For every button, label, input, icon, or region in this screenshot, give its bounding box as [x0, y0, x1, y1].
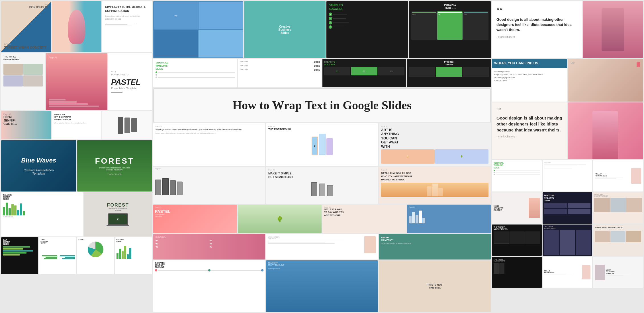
- slide-simplicity1[interactable]: SIMPLICITY IS THE ULTIMATE SOPHISTICATIO…: [102, 1, 152, 52]
- slide-pink-stairs[interactable]: Page 31: [46, 53, 107, 110]
- right-row5: HI I'MJENNIFERCORTEZ MEET THECREATIVETEA…: [492, 192, 643, 224]
- slide-pastel-cover[interactable]: THEPORTOFOLIO PASTEL Presentation Templa…: [108, 53, 152, 110]
- slide-map[interactable]: Map: [568, 59, 643, 102]
- slide-blue-mosaic[interactable]: img: [153, 1, 243, 58]
- center-bottom-row1: RUNDOWN 0104 0205 0306 I'M MAUREENTHE CE…: [153, 234, 491, 260]
- banner-title: How to Wrap Text in Google Slides: [232, 98, 412, 112]
- slide-page54[interactable]: Page 54: [153, 167, 265, 204]
- slide-creative-business[interactable]: CreativeBusinessSlides: [244, 1, 326, 58]
- slide-three-musk2[interactable]: THE THREEMUSKETEERS: [492, 257, 542, 288]
- slide-vertical-timeline[interactable]: VERTICALTIMELINESLIDE: [153, 59, 237, 87]
- slide-page60[interactable]: Page 60: [407, 205, 491, 233]
- right-row2: WHERE YOU CAN FIND US Inspiresign Studio…: [492, 59, 643, 102]
- slide-big-quote[interactable]: ““ Good design is all about making other…: [492, 1, 582, 58]
- slide-hi-jennifer[interactable]: Page 31 HI I'MJENNIFCORTE...: [1, 111, 51, 139]
- slide-pricing-small[interactable]: PRICINGTABLES: [407, 59, 491, 87]
- slide-three-musk-small[interactable]: THE THREEMUSKETEERS: [1, 53, 45, 110]
- right-row4: VERTICALTIMELINESLIDE Year Title: [492, 160, 643, 191]
- slide-forest-laptop[interactable]: FOREST PowerPoint PresentationTemplate F: [84, 192, 152, 236]
- slide-meet-maureen[interactable]: MEETMAUREENSCHOLAR: [593, 257, 643, 288]
- slide-vt-small[interactable]: VERTICALTIMELINESLIDE: [492, 160, 542, 191]
- center-pages57-60: Page 57 PASTEL PresentationTemplate 🌵 Pa…: [153, 205, 491, 233]
- right-row1: ““ Good design is all about making other…: [492, 1, 643, 58]
- slide-meet-team-right[interactable]: MEET The Creative TEAM: [593, 225, 643, 256]
- right-row3: ““ Good design is all about making other…: [492, 102, 643, 159]
- left-row1: FOLIO STREET WEAR CONCEPT THE PORTOFOLIO…: [1, 1, 152, 52]
- slide-steps-small[interactable]: STEPS TOSUCCESS 01 02 03: [322, 59, 406, 87]
- slide-pie-chart[interactable]: CHART: [77, 237, 114, 274]
- left-row3: Page 31 HI I'MJENNIFCORTE... SIMPLICITYI…: [1, 111, 152, 139]
- slide-portfolio-cover[interactable]: FOLIO STREET WEAR CONCEPT THE PORTOFOLIO: [1, 1, 51, 52]
- slide-photo-woman[interactable]: [583, 1, 643, 58]
- main-container: FOLIO STREET WEAR CONCEPT THE PORTOFOLIO…: [0, 0, 644, 313]
- slide-company-story[interactable]: COMPANYSTORY TIMELINE Building exterior: [266, 260, 378, 312]
- left-row6: BARCHARTSLIDE TWO-COLUMNCHART: [1, 237, 152, 274]
- center-banner: How to Wrap Text in Google Slides: [153, 88, 491, 122]
- slide-page57[interactable]: Page 57 PASTEL PresentationTemplate: [153, 205, 237, 233]
- slide-three-musk-photos[interactable]: THE THREEMUSKETEERS: [543, 225, 592, 256]
- slide-page55[interactable]: Page 55 MAKE IT SIMPLE,BUT SIGNIFICANT: [266, 167, 378, 204]
- slide-hello-amanda[interactable]: HELLOI'M AMANDA: [593, 160, 643, 191]
- slide-pricing-tables[interactable]: PRICINGTABLES Basic Pro Elite: [409, 1, 491, 58]
- slide-page59[interactable]: Page 59 STYLE IS A WAYTO SAY WHO YOUARE …: [322, 205, 406, 233]
- left-row2: THE THREEMUSKETEERS Page 31: [1, 53, 152, 110]
- slide-small-col-chart[interactable]: COLUMNCHART: [115, 237, 152, 274]
- center-pages51-53: Page 51 When you don't dress like everyb…: [153, 123, 491, 166]
- slide-page56[interactable]: Page 56 STYLE IS A WAY TO SAYWHO YOU ARE…: [379, 167, 491, 204]
- slide-meet-creative-team[interactable]: MEET THECREATIVETEAM: [543, 192, 592, 224]
- slide-three-musk-dark[interactable]: THE THREEMUSKETEERS: [492, 225, 542, 256]
- center-second-row: VERTICALTIMELINESLIDE Year Title 2000 Ye…: [153, 59, 491, 87]
- slide-page51[interactable]: Page 51 When you don't dress like everyb…: [153, 123, 265, 166]
- left-row5: COLUMNCHARTSLIDE SLIDE SLIDE FOREST Powe…: [1, 192, 152, 236]
- slide-tl-detail[interactable]: Year Title: [543, 160, 592, 191]
- slide-column-chart[interactable]: COLUMNCHARTSLIDE SLIDE SLIDE: [1, 192, 83, 236]
- slide-bar-chart[interactable]: BARCHARTSLIDE: [1, 237, 38, 274]
- right-row7: THE THREEMUSKETEERS HELLOI'M AMANDA: [492, 257, 643, 288]
- left-column: FOLIO STREET WEAR CONCEPT THE PORTOFOLIO…: [1, 1, 152, 312]
- center-bottom-row2: COMPANYJOURNEYTIMELINE COMPANYSTORY TIME…: [153, 260, 491, 312]
- slide-not-the-end[interactable]: THIS IS NOTTHE END.: [379, 260, 491, 312]
- left-row4: Blue Waves ~~~ Creative PresentationTemp…: [1, 140, 152, 191]
- slide-two-column[interactable]: TWO-COLUMNCHART: [39, 237, 76, 274]
- slide-about-company[interactable]: ABOUTCOMPANY Lorem ipsum dolor sit amet …: [379, 234, 491, 260]
- slide-steps-to-success[interactable]: STEPS TOSUCCESS 1 2 3 4: [326, 1, 408, 58]
- center-top-area: img CreativeBusinessSlides STEPS TOSUCCE…: [153, 1, 491, 58]
- slide-simplicity2[interactable]: SIMPLICITYIS THE ULTIMATESOPHISTICATION …: [52, 111, 102, 139]
- right-column: ““ Good design is all about making other…: [492, 1, 643, 312]
- slide-creative-photos[interactable]: MEET THECREATIVE TEAM: [593, 192, 643, 224]
- slide-timeline-numbers[interactable]: Year Title 2000 Year Title 2006 Year Tit…: [238, 59, 322, 87]
- slide-pink-photo2[interactable]: [568, 102, 643, 159]
- slide-blue-waves[interactable]: Blue Waves ~~~ Creative PresentationTemp…: [1, 140, 76, 191]
- slide-page52[interactable]: Page 52 THE PORTOFOLIO 📱: [266, 123, 378, 166]
- slide-page58[interactable]: 🌵: [238, 205, 322, 233]
- center-column: img CreativeBusinessSlides STEPS TOSUCCE…: [153, 1, 491, 312]
- slide-page53[interactable]: Page 53 ART ISANYTHINGYOU CANGET AWATWIT…: [379, 123, 491, 166]
- slide-flamingo[interactable]: [52, 1, 102, 52]
- slide-phone-hands[interactable]: [102, 111, 152, 139]
- slide-quote2[interactable]: ““ Good design is all about making other…: [492, 102, 567, 159]
- slide-forest-cover[interactable]: FOREST PowerPoint Presentation Templateb…: [77, 140, 152, 191]
- slide-company-journey[interactable]: COMPANYJOURNEYTIMELINE: [153, 260, 265, 312]
- slide-rundown[interactable]: RUNDOWN 0104 0205 0306: [153, 234, 265, 260]
- slide-hi-jennifer2[interactable]: HI I'MJENNIFERCORTEZ: [492, 192, 542, 224]
- slide-hello-amanda3[interactable]: HELLOI'M AMANDA: [543, 257, 592, 288]
- slide-ceo[interactable]: I'M MAUREENTHE CEO: [266, 234, 378, 260]
- slide-where-find[interactable]: WHERE YOU CAN FIND US Inspiresign Studio…: [492, 59, 567, 102]
- center-pages54-56: Page 54 Page 55 MAKE IT SIMPLE,BUT SIGNI…: [153, 167, 491, 204]
- right-row6: THE THREEMUSKETEERS THE THREEMUSKETEERS: [492, 225, 643, 256]
